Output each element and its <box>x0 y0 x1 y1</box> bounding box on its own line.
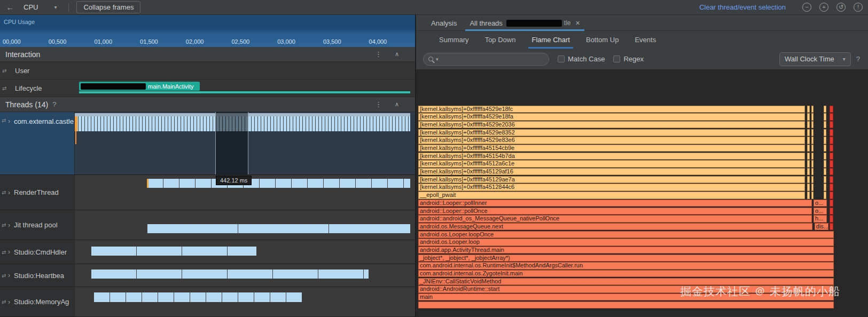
flame-frame[interactable] <box>830 208 834 215</box>
flame-frame[interactable]: [kernel.kallsyms]+0xffffffa45129ae7a <box>418 176 805 183</box>
flame-frame[interactable] <box>824 192 826 199</box>
flame-frame[interactable] <box>807 153 809 160</box>
flame-frame[interactable]: android.os.Looper.loopOnce <box>418 231 834 238</box>
range-selection-overlay[interactable] <box>215 112 248 175</box>
flame-frame[interactable] <box>830 106 834 113</box>
flame-frame[interactable] <box>830 176 834 183</box>
flame-frame[interactable] <box>811 160 814 167</box>
flame-frame[interactable]: o... <box>814 200 826 207</box>
flame-frame[interactable]: android::android_os_MessageQueue_nativeP… <box>418 215 812 222</box>
thread-activity-bar[interactable] <box>147 179 410 188</box>
thread-track[interactable] <box>75 264 415 287</box>
checkbox-icon[interactable] <box>613 56 620 62</box>
chevron-expand-icon[interactable]: › <box>8 272 14 279</box>
zoom-in-icon[interactable]: + <box>819 3 828 12</box>
profiler-type-dropdown[interactable]: CPU ▾ <box>19 2 61 12</box>
search-box[interactable]: ▾ <box>423 53 549 66</box>
thread-label-cell[interactable]: ⇄ › Studio:CmdHdler <box>0 240 75 264</box>
flame-frame[interactable] <box>811 192 814 199</box>
flame-frame[interactable] <box>824 168 826 175</box>
flame-frame[interactable] <box>824 137 826 144</box>
flame-frame[interactable]: [kernel.kallsyms]+0xffffffa4512a6c1e <box>418 160 805 167</box>
collapse-section-icon[interactable]: ∧ <box>395 51 399 58</box>
tab-analysis[interactable]: Analysis <box>425 15 463 31</box>
flame-frame[interactable]: [kernel.kallsyms]+0xffffffa4529e2036 <box>418 121 805 128</box>
thread-activity-bar[interactable] <box>91 270 369 279</box>
zoom-out-icon[interactable]: − <box>802 3 811 12</box>
flame-frame[interactable]: [kernel.kallsyms]+0xffffffa45154cb9e <box>418 145 805 152</box>
flame-frame[interactable]: __epoll_pwait <box>418 192 805 199</box>
flame-frame[interactable]: android::Looper::pollOnce <box>418 208 812 215</box>
subtab-bottom-up[interactable]: Bottom Up <box>578 31 627 49</box>
flame-frame[interactable] <box>824 184 826 191</box>
subtab-top-down[interactable]: Top Down <box>477 31 524 49</box>
thread-row-studio-cmdhdler[interactable]: ⇄ › Studio:CmdHdler <box>0 240 415 264</box>
thread-label-cell[interactable]: ⇄ › Jit thread pool <box>0 210 75 240</box>
flame-frame[interactable]: android.os.Looper.loop <box>418 239 834 245</box>
flame-frame[interactable] <box>807 184 809 191</box>
flame-frame[interactable] <box>811 153 814 160</box>
flame-frame[interactable]: com.android.internal.os.RuntimeInit$Meth… <box>418 262 834 269</box>
flame-frame[interactable] <box>807 121 809 128</box>
flame-frame[interactable] <box>824 121 826 128</box>
flame-frame[interactable]: [kernel.kallsyms]+0xffffffa4529e18fa <box>418 113 805 120</box>
flame-frame[interactable] <box>824 145 826 152</box>
flame-frame[interactable] <box>824 153 826 160</box>
thread-row-studio-heartbea[interactable]: ⇄ › Studio:Heartbea <box>0 264 415 287</box>
flame-frame[interactable] <box>830 223 834 230</box>
flame-frame[interactable]: android.app.ActivityThread.main <box>418 247 834 253</box>
chevron-expand-icon[interactable]: › <box>8 117 14 125</box>
flame-frame[interactable]: android::Looper::pollInner <box>418 200 812 207</box>
session-info-icon[interactable]: ! <box>854 3 863 12</box>
thread-label-cell[interactable]: ⇄ › Studio:MemoryAg <box>0 287 75 316</box>
regex-option[interactable]: Regex <box>613 55 644 63</box>
chevron-expand-icon[interactable]: › <box>8 298 14 306</box>
flame-frame[interactable] <box>811 184 814 191</box>
flame-frame[interactable] <box>830 153 834 160</box>
flame-frame[interactable]: [kernel.kallsyms]+0xffffffa45154b7da <box>418 153 805 160</box>
flame-frame[interactable]: dis... <box>815 223 828 230</box>
help-icon[interactable]: ? <box>52 100 56 108</box>
tab-all-threads[interactable]: All threads tle × <box>463 15 586 31</box>
flame-frame[interactable]: com.android.internal.os.ZygoteInit.main <box>418 270 834 277</box>
flame-frame[interactable]: [kernel.kallsyms]+0xffffffa4512844c6 <box>418 184 805 191</box>
chevron-expand-icon[interactable]: › <box>8 221 14 229</box>
checkbox-icon[interactable] <box>558 56 565 62</box>
flame-frame[interactable] <box>830 137 834 144</box>
help-icon[interactable]: ? <box>856 55 860 63</box>
thread-row-jit-thread-pool[interactable]: ⇄ › Jit thread pool <box>0 210 415 240</box>
flame-frame[interactable] <box>811 168 814 175</box>
search-input[interactable] <box>441 56 544 63</box>
flame-frame[interactable] <box>830 145 834 152</box>
flame-frame[interactable] <box>807 168 809 175</box>
thread-activity-bar[interactable] <box>93 292 302 302</box>
thread-track[interactable] <box>75 287 415 316</box>
flame-frame[interactable]: h... <box>814 215 826 222</box>
flame-frame[interactable] <box>811 129 814 136</box>
flame-frame[interactable] <box>830 184 834 191</box>
thread-label-cell[interactable]: ⇄ › com.external.castle <box>0 112 75 175</box>
thread-row-renderthread[interactable]: ⇄ › RenderThread <box>0 175 415 210</box>
flame-frame[interactable] <box>811 137 814 144</box>
user-events-row[interactable]: ⇄ User <box>0 62 415 80</box>
flame-frame[interactable] <box>807 145 809 152</box>
flame-frame[interactable]: _jobject*, _jobject*, _jobjectArray*) <box>418 255 834 261</box>
flame-frame[interactable] <box>830 215 834 222</box>
flame-frame[interactable] <box>824 129 826 136</box>
thread-track[interactable] <box>75 240 415 264</box>
flame-frame[interactable] <box>824 160 826 167</box>
thread-track[interactable] <box>75 112 415 175</box>
flame-frame[interactable]: o... <box>814 208 826 215</box>
close-tab-icon[interactable]: × <box>576 19 580 27</box>
lifecycle-row[interactable]: ⇄ Lifecycle main.MainActivity <box>0 80 415 97</box>
flame-frame[interactable] <box>807 192 809 199</box>
kebab-menu-icon[interactable]: ⋮ <box>375 100 382 108</box>
cpu-usage-track[interactable]: CPU Usage 00,00000,50001,00001,50002,000… <box>0 15 415 47</box>
flame-frame[interactable] <box>807 113 809 120</box>
match-case-option[interactable]: Match Case <box>558 55 605 63</box>
collapse-section-icon[interactable]: ∧ <box>395 101 399 108</box>
reset-zoom-icon[interactable]: ↺ <box>836 3 846 12</box>
interaction-header[interactable]: Interaction ⋮ ∧ <box>0 47 415 62</box>
flame-frame[interactable]: [kernel.kallsyms]+0xffffffa4529e8352 <box>418 129 805 136</box>
clock-mode-select[interactable]: Wall Clock Time ▾ <box>779 52 851 66</box>
